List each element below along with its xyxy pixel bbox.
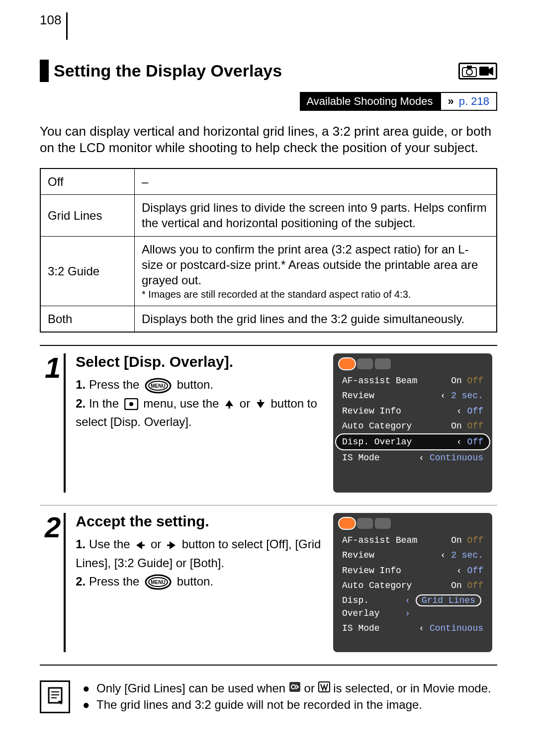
- wide-icon: [318, 681, 330, 695]
- right-icon: [167, 540, 177, 550]
- option-desc: Allows you to confirm the print area (3:…: [135, 236, 497, 306]
- note-line-2: ● The grid lines and 3:2 guide will not …: [83, 697, 497, 713]
- svg-text:MENU: MENU: [151, 383, 165, 389]
- camera-screen: AF-assist BeamOn OffReview‹ 2 sec.Review…: [333, 353, 492, 493]
- left-icon: [135, 540, 145, 550]
- table-row: Off–: [40, 168, 497, 195]
- option-name: Both: [40, 306, 135, 333]
- note-line-1: ● Only [Grid Lines] can be used when or …: [83, 680, 497, 696]
- screen-row: Review‹ 2 sec.: [333, 548, 492, 563]
- notes-body: ● Only [Grid Lines] can be used when or …: [83, 680, 497, 713]
- table-row: Grid LinesDisplays grid lines to divide …: [40, 195, 497, 236]
- double-arrow-icon: »: [448, 95, 454, 108]
- step-title: Accept the setting.: [76, 513, 323, 530]
- camera-icon: [462, 65, 477, 77]
- option-desc: Displays grid lines to divide the screen…: [135, 195, 497, 236]
- screen-row: AF-assist BeamOn Off: [333, 373, 492, 388]
- step: 1Select [Disp. Overlay].1. Press the MEN…: [40, 346, 497, 505]
- heading-bar-icon: [40, 60, 49, 82]
- table-row: 3:2 GuideAllows you to confirm the print…: [40, 236, 497, 306]
- stitch-icon: [289, 681, 301, 695]
- option-desc: –: [135, 168, 497, 195]
- up-icon: [224, 399, 234, 409]
- camera-box-icon: [124, 398, 138, 410]
- menu-icon: MENU: [145, 378, 172, 394]
- available-modes-label: Available Shooting Modes: [300, 92, 440, 111]
- section-title: Setting the Display Overlays: [54, 61, 458, 81]
- manual-page: 108 Setting the Display Overlays Availab…: [0, 12, 537, 756]
- notes-block: ● Only [Grid Lines] can be used when or …: [40, 680, 497, 713]
- step-bar-icon: [64, 353, 66, 493]
- available-modes-row: Available Shooting Modes » p. 218: [40, 92, 497, 111]
- screen-row: IS Mode‹ Continuous: [333, 621, 492, 636]
- option-desc: Displays both the grid lines and the 3:2…: [135, 306, 497, 333]
- screen-row: Review Info‹ Off: [333, 563, 492, 578]
- bullet-icon: ●: [83, 697, 91, 713]
- option-name: Grid Lines: [40, 195, 135, 236]
- svg-point-1: [466, 69, 472, 75]
- steps-block: 1Select [Disp. Overlay].1. Press the MEN…: [40, 345, 497, 666]
- screen-tab: [375, 518, 391, 529]
- svg-marker-4: [489, 67, 493, 76]
- bullet-icon: ●: [83, 680, 91, 696]
- screen-tab: [339, 518, 355, 529]
- menu-icon: MENU: [145, 574, 172, 590]
- table-row: BothDisplays both the grid lines and the…: [40, 306, 497, 333]
- section-heading: Setting the Display Overlays: [40, 60, 497, 82]
- step-body: 1. Press the MENU button.2. In the menu,…: [76, 375, 323, 431]
- video-icon: [479, 65, 494, 77]
- screen-row: AF-assist BeamOn Off: [333, 533, 492, 548]
- option-name: Off: [40, 168, 135, 195]
- screen-row: IS Mode‹ Continuous: [333, 450, 492, 465]
- svg-text:MENU: MENU: [151, 580, 165, 585]
- svg-point-9: [129, 402, 133, 406]
- screen-tab: [357, 358, 373, 369]
- screen-row: Disp. Overlay‹ Grid Lines ›: [333, 593, 492, 621]
- options-table: Off–Grid LinesDisplays grid lines to div…: [40, 168, 497, 333]
- screen-row: Disp. Overlay‹ Off: [336, 434, 489, 449]
- step: 2Accept the setting.1. Use the or button…: [40, 505, 497, 665]
- step-body: 1. Use the or button to select [Off], [G…: [76, 535, 323, 590]
- intro-paragraph: You can display vertical and horizontal …: [40, 123, 497, 156]
- step-bar-icon: [64, 513, 66, 652]
- screen-tab: [339, 358, 355, 369]
- screen-row: Auto CategoryOn Off: [333, 578, 492, 593]
- mode-icons: [458, 63, 497, 80]
- step-number: 2: [45, 513, 61, 542]
- camera-screen: AF-assist BeamOn OffReview‹ 2 sec.Review…: [333, 513, 492, 652]
- screen-row: Auto CategoryOn Off: [333, 419, 492, 433]
- screen-tab: [375, 358, 391, 369]
- step-number: 1: [45, 353, 61, 382]
- svg-rect-2: [467, 66, 472, 69]
- page-number-block: 108: [40, 12, 497, 40]
- screen-row: Review‹ 2 sec.: [333, 388, 492, 403]
- screen-tab: [357, 518, 373, 529]
- page-ref: p. 218: [459, 95, 489, 108]
- down-icon: [256, 399, 266, 409]
- note-icon: [40, 680, 70, 713]
- step-title: Select [Disp. Overlay].: [76, 353, 323, 370]
- page-number: 108: [40, 12, 68, 40]
- available-modes-link[interactable]: » p. 218: [440, 92, 497, 111]
- option-name: 3:2 Guide: [40, 236, 135, 306]
- screen-row: Review Info‹ Off: [333, 404, 492, 419]
- svg-rect-3: [479, 67, 489, 76]
